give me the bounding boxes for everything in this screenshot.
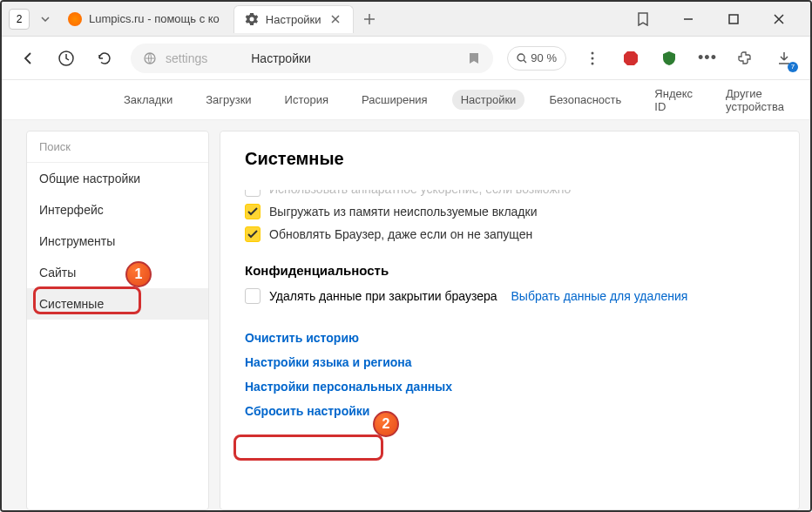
settings-tab-extensions[interactable]: Расширения	[353, 90, 436, 110]
bookmark-icon[interactable]	[467, 51, 481, 65]
download-badge: 7	[788, 62, 798, 72]
toolbar: settings Настройки 90 % ••• 7	[2, 37, 810, 80]
section-title-privacy: Конфиденциальность	[245, 263, 775, 278]
sidebar: Поиск Общие настройки Интерфейс Инструме…	[26, 131, 209, 510]
sidebar-item-interface[interactable]: Интерфейс	[27, 194, 208, 226]
adblock-icon[interactable]	[619, 46, 643, 71]
checkbox-icon[interactable]	[245, 204, 261, 219]
sidebar-item-general[interactable]: Общие настройки	[27, 163, 208, 194]
privacy-row: Удалять данные при закрытии браузера Выб…	[245, 288, 775, 304]
site-icon	[143, 51, 157, 65]
svg-point-3	[518, 54, 524, 61]
svg-point-4	[592, 51, 594, 54]
section-title-system: Системные	[245, 149, 775, 169]
tab-dropdown[interactable]	[37, 10, 54, 28]
link-personal-data[interactable]: Настройки персональных данных	[245, 380, 452, 394]
settings-tab-settings[interactable]: Настройки	[452, 90, 525, 110]
zoom-indicator[interactable]: 90 %	[507, 46, 566, 71]
zoom-value: 90 %	[531, 51, 557, 64]
link-language[interactable]: Настройки языка и региона	[245, 355, 412, 369]
checkbox-row-unload: Выгружать из памяти неиспользуемые вклад…	[245, 204, 775, 219]
checkbox-row-hw: Использовать аппаратное ускорение, если …	[245, 181, 775, 197]
tab-title: Lumpics.ru - помощь с ко	[89, 12, 220, 25]
bookmarks-icon[interactable]	[629, 5, 657, 33]
minimize-button[interactable]	[674, 5, 702, 33]
maximize-button[interactable]	[720, 5, 748, 33]
settings-tab-devices[interactable]: Другие устройства	[717, 84, 796, 117]
tab-title: Настройки	[266, 13, 321, 26]
more-icon[interactable]: •••	[695, 46, 720, 71]
tab-counter[interactable]: 2	[9, 9, 30, 30]
checkbox-label: Удалять данные при закрытии браузера	[269, 289, 497, 303]
svg-rect-0	[729, 15, 738, 24]
sidebar-item-system[interactable]: Системные	[27, 288, 208, 320]
checkbox-label: Обновлять Браузер, даже если он не запущ…	[269, 227, 532, 241]
link-reset-settings[interactable]: Сбросить настройки	[245, 404, 369, 418]
settings-tab-security[interactable]: Безопасность	[540, 90, 630, 110]
link-choose-data[interactable]: Выбрать данные для удаления	[511, 289, 688, 303]
page-title: Настройки	[251, 51, 311, 65]
checkbox-label: Выгружать из памяти неиспользуемые вклад…	[269, 205, 537, 219]
reload-button[interactable]	[92, 46, 117, 71]
lumpics-favicon-icon	[68, 12, 82, 26]
address-text: settings	[166, 51, 207, 65]
downloads-icon[interactable]: 7	[772, 46, 796, 71]
svg-point-5	[592, 57, 594, 59]
address-bar[interactable]: settings Настройки	[131, 44, 493, 73]
new-tab-button[interactable]	[357, 7, 382, 31]
menu-dots[interactable]	[580, 46, 605, 71]
tab-settings[interactable]: Настройки	[233, 5, 354, 33]
checkbox-row-update: Обновлять Браузер, даже если он не запущ…	[245, 226, 775, 242]
checkbox-label: Использовать аппаратное ускорение, если …	[269, 182, 571, 196]
sidebar-search[interactable]: Поиск	[27, 131, 208, 163]
tab-lumpics[interactable]: Lumpics.ru - помощь с ко	[58, 5, 230, 33]
back-button[interactable]	[16, 46, 40, 71]
shield-icon[interactable]	[657, 46, 681, 71]
settings-nav: Закладки Загрузки История Расширения Нас…	[2, 80, 810, 120]
checkbox-icon[interactable]	[245, 226, 261, 242]
checkbox-icon[interactable]	[245, 288, 261, 304]
settings-tab-downloads[interactable]: Загрузки	[197, 90, 260, 110]
settings-tab-yandexid[interactable]: Яндекс ID	[646, 84, 701, 117]
settings-tab-history[interactable]: История	[276, 90, 337, 110]
link-clear-history[interactable]: Очистить историю	[245, 331, 359, 345]
settings-panel: Системные Использовать аппаратное ускоре…	[220, 131, 800, 510]
yandex-button[interactable]	[54, 46, 78, 71]
content: Поиск Общие настройки Интерфейс Инструме…	[2, 120, 810, 510]
settings-tab-bookmarks[interactable]: Закладки	[115, 90, 181, 110]
gear-icon	[245, 12, 259, 26]
tab-bar: 2 Lumpics.ru - помощь с ко Настройки	[2, 2, 810, 37]
sidebar-item-tools[interactable]: Инструменты	[27, 226, 208, 257]
extensions-icon[interactable]	[734, 46, 758, 71]
svg-point-6	[592, 62, 594, 64]
checkbox-icon[interactable]	[245, 181, 261, 197]
close-icon[interactable]	[328, 12, 342, 26]
close-button[interactable]	[765, 5, 793, 33]
sidebar-item-sites[interactable]: Сайты	[27, 257, 208, 288]
